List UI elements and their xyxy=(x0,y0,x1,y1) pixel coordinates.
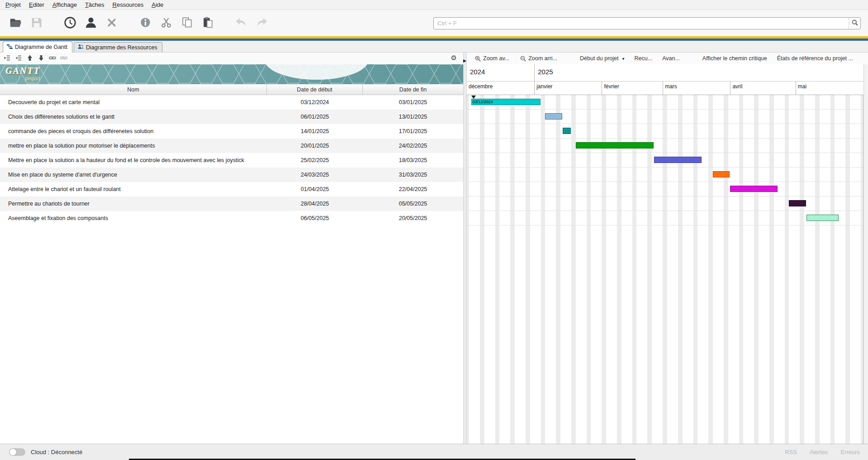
task-name-cell: mettre en place la solution pour motoris… xyxy=(0,143,267,149)
table-row[interactable]: Mise en place du systeme d'arret d'urgen… xyxy=(0,168,463,182)
task-name-cell: Decouverte du projet et carte mental xyxy=(0,99,267,105)
task-end-cell: 22/04/2025 xyxy=(363,186,463,192)
timeline-month: mai xyxy=(796,81,863,95)
zoom-in-icon xyxy=(475,56,481,62)
task-start-cell: 06/05/2025 xyxy=(267,215,363,221)
resources-icon xyxy=(78,44,84,51)
search-icon xyxy=(852,19,858,27)
new-task-button[interactable] xyxy=(60,13,81,34)
table-row[interactable]: Decouverte du projet et carte mental03/1… xyxy=(0,95,463,110)
delete-x-icon xyxy=(106,17,117,29)
menu-item-editer[interactable]: Editer xyxy=(25,0,48,9)
menu-item-affichage[interactable]: Affichage xyxy=(49,0,81,9)
menu-item-aide[interactable]: Aide xyxy=(148,0,167,9)
task-end-cell: 13/01/2025 xyxy=(363,114,463,120)
task-start-cell: 01/04/2025 xyxy=(267,186,363,192)
outdent-task-button[interactable] xyxy=(3,54,12,63)
timeline-year: 2025 xyxy=(534,64,863,81)
unlink-tasks-button[interactable] xyxy=(59,54,68,63)
link-icon xyxy=(49,54,56,63)
column-header-name[interactable]: Nom xyxy=(0,84,267,95)
splitter-collapse-icon[interactable]: ▶ xyxy=(463,59,466,63)
undo-button[interactable] xyxy=(231,13,251,34)
gantt-logo-banner: GANTT project xyxy=(0,64,463,84)
main-area: ⚙ GANTT project Nom Date de début Date d… xyxy=(0,53,868,444)
task-table-header: Nom Date de début Date de fin xyxy=(0,84,463,95)
table-row[interactable]: commande des pieces et croquis des diffé… xyxy=(0,124,463,139)
copy-button[interactable] xyxy=(176,13,197,34)
status-bar: Cloud : Déconnecté RSSAlertesErreurs xyxy=(0,444,868,460)
tab-resources-chart[interactable]: Diagramme des Ressources xyxy=(74,42,162,52)
chart-toolbar-back-button[interactable]: Recu... xyxy=(631,54,656,63)
search-field-wrap xyxy=(433,17,861,29)
task-bar[interactable] xyxy=(576,142,654,149)
properties-button[interactable] xyxy=(135,13,156,34)
open-project-button[interactable] xyxy=(5,13,26,34)
person-icon xyxy=(84,16,98,31)
task-list-panel: ⚙ GANTT project Nom Date de début Date d… xyxy=(0,53,463,444)
indent-task-button[interactable] xyxy=(14,54,23,63)
chart-toolbar-project-start-button[interactable]: Début du projet▾ xyxy=(576,54,628,63)
search-input[interactable] xyxy=(434,20,849,27)
new-resource-button[interactable] xyxy=(81,13,101,34)
task-start-cell: 24/03/2025 xyxy=(267,172,363,178)
redo-button[interactable] xyxy=(251,13,272,34)
open-folder-icon xyxy=(9,16,23,31)
status-rss[interactable]: RSS xyxy=(785,449,797,455)
table-row[interactable]: Attelage entre le chariot et un fauteuil… xyxy=(0,182,463,196)
menu-item-projet[interactable]: Projet xyxy=(2,0,24,9)
task-bar[interactable]: 03/12/2024 xyxy=(471,99,541,105)
task-bar[interactable] xyxy=(654,157,702,163)
chart-toolbar-zoom-in-button[interactable]: Zoom av... xyxy=(471,54,513,63)
tab-label: Diagramme des Ressources xyxy=(86,44,157,51)
table-settings-gear-icon[interactable]: ⚙ xyxy=(451,54,457,62)
scissors-icon xyxy=(160,16,172,30)
chart-toolbar-zoom-out-button[interactable]: Zoom arri... xyxy=(517,54,561,63)
task-start-cell: 14/01/2025 xyxy=(267,128,363,134)
save-project-button[interactable] xyxy=(26,13,47,34)
task-bar[interactable] xyxy=(789,200,806,206)
column-header-start-date[interactable]: Date de début xyxy=(267,84,363,95)
caret-down-icon: ▾ xyxy=(622,56,625,61)
gantt-plot-area: 03/12/2024 xyxy=(467,95,863,444)
task-bar[interactable] xyxy=(545,113,562,120)
menu-item-taches[interactable]: Tâches xyxy=(81,0,108,9)
table-row[interactable]: Aseemblage et fixation des composants06/… xyxy=(0,211,463,225)
cut-button[interactable] xyxy=(156,13,176,34)
column-header-end-date[interactable]: Date de fin xyxy=(363,84,463,95)
tab-gantt-chart[interactable]: Diagramme de Gantt xyxy=(3,41,72,53)
move-task-up-button[interactable] xyxy=(25,54,34,63)
status-erreurs[interactable]: Erreurs xyxy=(840,449,860,455)
task-start-cell: 25/02/2025 xyxy=(267,157,363,163)
task-start-cell: 06/01/2025 xyxy=(267,114,363,120)
chart-toolbar-critical-path-button[interactable]: Afficher le chemin critique xyxy=(699,54,771,63)
link-tasks-button[interactable] xyxy=(48,54,57,63)
menu-item-ressources[interactable]: Ressources xyxy=(109,0,147,9)
task-bar[interactable] xyxy=(713,171,730,177)
panel-splitter[interactable]: ▶ xyxy=(463,53,467,444)
table-row[interactable]: Mettre en place la solution a la hauteur… xyxy=(0,153,463,168)
task-bar[interactable] xyxy=(563,128,571,134)
move-task-down-button[interactable] xyxy=(37,54,46,63)
chart-toolbar-label: États de référence du projet ... xyxy=(777,55,853,62)
cloud-toggle[interactable] xyxy=(9,448,25,456)
menu-bar: ProjetEditerAffichageTâchesRessourcesAid… xyxy=(0,0,868,10)
table-row[interactable]: mettre en place la solution pour motoris… xyxy=(0,139,463,153)
task-end-cell: 31/03/2025 xyxy=(363,172,463,178)
cloud-status-label: Cloud : Déconnecté xyxy=(31,449,82,455)
delete-button[interactable] xyxy=(101,13,122,34)
chart-toolbar-forward-button[interactable]: Avan... xyxy=(659,54,683,63)
tab-label: Diagramme de Gantt xyxy=(15,44,67,50)
chart-toolbar-baselines-button[interactable]: États de référence du projet ... xyxy=(773,54,857,63)
task-bar[interactable] xyxy=(730,186,778,192)
chart-vertical-scrollbar[interactable] xyxy=(863,64,868,444)
task-bar[interactable] xyxy=(806,215,839,221)
chart-toolbar-label: Recu... xyxy=(635,55,653,62)
table-row[interactable]: Choix des différenetes solutions et le g… xyxy=(0,110,463,124)
status-alertes[interactable]: Alertes xyxy=(810,449,828,455)
table-row[interactable]: Permettre au chariots de tourner28/04/20… xyxy=(0,196,463,211)
task-end-cell: 17/01/2025 xyxy=(363,128,463,134)
task-name-cell: Attelage entre le chariot et un fauteuil… xyxy=(0,186,267,192)
search-button[interactable] xyxy=(849,18,860,29)
paste-button[interactable] xyxy=(197,13,218,34)
